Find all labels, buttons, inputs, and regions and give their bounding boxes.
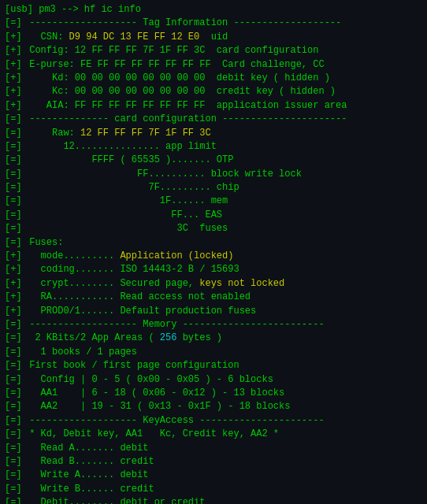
csn-line: [+] CSN: D9 94 DC 13 FE FF 12 E0 uid: [5, 31, 422, 44]
kd-line: [+] Kd: 00 00 00 00 00 00 00 00 debit ke…: [5, 72, 422, 85]
mode-value: Application (locked): [120, 250, 233, 261]
csn-value: D9 94 DC 13 FE FF 12 E0: [69, 32, 200, 43]
prefix: [=]: [5, 346, 24, 359]
write-a-line: [=] Write A...... debit: [5, 469, 422, 482]
read-a-line: [=] Read A....... debit: [5, 442, 422, 455]
config-blocks-line: [=] Config | 0 - 5 ( 0x00 - 0x05 ) - 6 b…: [5, 373, 422, 387]
otp-line: [=] FFFF ( 65535 )....... OTP: [5, 154, 422, 167]
eas-line: [=] FF... EAS: [5, 209, 422, 222]
terminal-title-line: [usb] pm3 --> hf ic info: [5, 3, 422, 17]
card-config-header: [=] -------------- card configuration --…: [5, 113, 422, 126]
aa1-line: [=] AA1 | 6 - 18 ( 0x06 - 0x12 ) - 13 bl…: [5, 387, 422, 400]
fuses-header: [=] Fuses:: [5, 236, 422, 250]
aa2-line: [=] AA2 | 19 - 31 ( 0x13 - 0x1F ) - 18 b…: [5, 400, 422, 413]
read-b-line: [=] Read B....... credit: [5, 455, 422, 469]
aia-line: [+] AIA: FF FF FF FF FF FF FF FF applica…: [5, 99, 422, 113]
prefix: [=]: [5, 455, 24, 469]
prefix: [=]: [5, 181, 24, 195]
prefix: [=]: [5, 332, 24, 345]
prefix: [=]: [5, 17, 24, 30]
prefix: [+]: [5, 72, 24, 85]
prefix: [=]: [5, 113, 24, 126]
prefix: [+]: [5, 277, 24, 291]
prefix: [=]: [5, 222, 24, 235]
prefix: [=]: [5, 154, 24, 167]
raw-value: 12 FF FF FF 7F 1F FF 3C: [80, 128, 211, 139]
mem-line: [=] 1F...... mem: [5, 195, 422, 208]
books-line: [=] 1 books / 1 pages: [5, 346, 422, 359]
raw-line: [=] Raw: 12 FF FF FF 7F 1F FF 3C: [5, 127, 422, 140]
prefix: [=]: [5, 414, 24, 428]
prefix: [=]: [5, 195, 24, 208]
keyaccess-header: [=] ------------------- KeyAccess ------…: [5, 414, 422, 428]
ra-line: [+] RA........... Read access not enable…: [5, 291, 422, 304]
epurse-line: [+] E-purse: FE FF FF FF FF FF FF FF Car…: [5, 58, 422, 72]
debit-line: [=] Debit........ debit or credit: [5, 496, 422, 504]
prefix: [+]: [5, 250, 24, 263]
title-text: [usb] pm3 --> hf ic info: [5, 3, 422, 17]
prefix: [+]: [5, 263, 24, 276]
prefix: [+]: [5, 305, 24, 318]
prefix: [=]: [5, 127, 24, 140]
coding-line: [+] coding....... ISO 14443-2 B / 15693: [5, 263, 422, 276]
prefix: [+]: [5, 99, 24, 113]
prefix: [+]: [5, 58, 24, 72]
prefix: [=]: [5, 209, 24, 222]
bytes-value: 256: [160, 332, 177, 343]
prefix: [=]: [5, 469, 24, 482]
prefix: [=]: [5, 318, 24, 332]
prefix: [=]: [5, 442, 24, 455]
memory-header: [=] ------------------- Memory ---------…: [5, 318, 422, 332]
prod-line: [+] PROD0/1...... Default production fus…: [5, 305, 422, 318]
terminal-window: [usb] pm3 --> hf ic info [=] -----------…: [5, 3, 422, 504]
crypt-line: [+] crypt........ Secured page, keys not…: [5, 277, 422, 291]
kbits-line: [=] 2 KBits/2 App Areas ( 256 bytes ): [5, 332, 422, 345]
prefix: [=]: [5, 373, 24, 387]
prefix: [=]: [5, 168, 24, 181]
chip-line: [=] 7F......... chip: [5, 181, 422, 195]
prefix: [=]: [5, 496, 24, 504]
app-limit-line: [=] 12............... app limit: [5, 140, 422, 154]
key-note-line: [=] * Kd, Debit key, AA1 Kc, Credit key,…: [5, 428, 422, 441]
config-line: [+] Config: 12 FF FF FF 7F 1F FF 3C card…: [5, 44, 422, 57]
prefix: [=]: [5, 400, 24, 413]
block-write-line: [=] FF.......... block write lock: [5, 168, 422, 181]
prefix: [+]: [5, 44, 24, 57]
kc-line: [+] Kc: 00 00 00 00 00 00 00 00 credit k…: [5, 85, 422, 98]
write-b-line: [=] Write B...... credit: [5, 483, 422, 496]
prefix: [=]: [5, 483, 24, 496]
prefix: [+]: [5, 291, 24, 304]
fuses-val-line: [=] 3C fuses: [5, 222, 422, 235]
prefix: [=]: [5, 140, 24, 154]
first-book-line: [=] First book / first page configuratio…: [5, 359, 422, 372]
keys-not-locked-text: keys not locked: [199, 278, 284, 289]
prefix: [=]: [5, 387, 24, 400]
prefix: [=]: [5, 428, 24, 441]
prefix: [=]: [5, 236, 24, 250]
prefix: [+]: [5, 31, 24, 44]
tag-info-header: [=] ------------------- Tag Information …: [5, 17, 422, 30]
mode-line: [+] mode......... Application (locked): [5, 250, 422, 263]
prefix: [=]: [5, 359, 24, 372]
prefix: [+]: [5, 85, 24, 98]
